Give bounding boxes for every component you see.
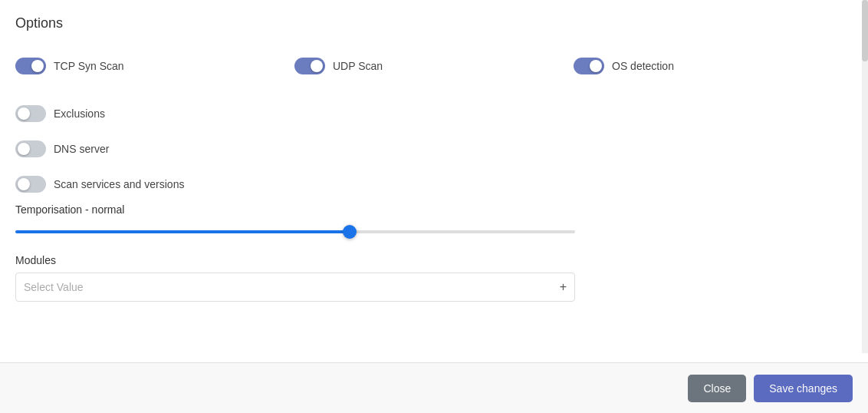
toggle-dns-server[interactable] <box>15 140 46 157</box>
temporisation-label: Temporisation - normal <box>15 203 853 216</box>
option-exclusions: Exclusions <box>15 97 853 130</box>
modules-label: Modules <box>15 254 853 266</box>
modules-section: Modules Select Value + <box>15 254 853 302</box>
dns-server-label: DNS server <box>54 143 109 155</box>
option-tcp-syn-scan: TCP Syn Scan <box>15 50 294 82</box>
toggle-exclusions[interactable] <box>15 105 46 122</box>
close-button[interactable]: Close <box>688 375 746 402</box>
scan-services-label: Scan services and versions <box>54 178 184 190</box>
option-dns-server: DNS server <box>15 133 853 165</box>
option-os-detection: OS detection <box>574 50 853 82</box>
temporisation-section: Temporisation - normal <box>15 203 853 236</box>
modules-placeholder: Select Value <box>24 281 84 293</box>
tcp-syn-scan-label: TCP Syn Scan <box>54 60 124 72</box>
save-button[interactable]: Save changes <box>754 375 853 402</box>
scrollbar[interactable] <box>862 0 868 353</box>
temporisation-slider[interactable] <box>15 230 575 233</box>
toggle-os-detection[interactable] <box>574 58 604 74</box>
modules-add-icon[interactable]: + <box>560 281 567 293</box>
options-row-1: TCP Syn Scan UDP Scan OS detection <box>15 50 853 82</box>
main-content: Options TCP Syn Scan UDP Scan <box>0 0 868 353</box>
toggle-tcp-syn-scan[interactable] <box>15 58 46 74</box>
exclusions-label: Exclusions <box>54 107 105 120</box>
modules-select[interactable]: Select Value + <box>15 273 575 302</box>
udp-scan-label: UDP Scan <box>333 60 383 72</box>
toggle-scan-services[interactable] <box>15 176 46 193</box>
page-title: Options <box>15 15 853 31</box>
scrollbar-thumb[interactable] <box>862 0 868 61</box>
toggle-udp-scan[interactable] <box>294 58 325 74</box>
option-udp-scan: UDP Scan <box>294 50 574 82</box>
footer: Close Save changes <box>0 362 868 413</box>
os-detection-label: OS detection <box>612 60 674 72</box>
option-scan-services: Scan services and versions <box>15 168 853 200</box>
